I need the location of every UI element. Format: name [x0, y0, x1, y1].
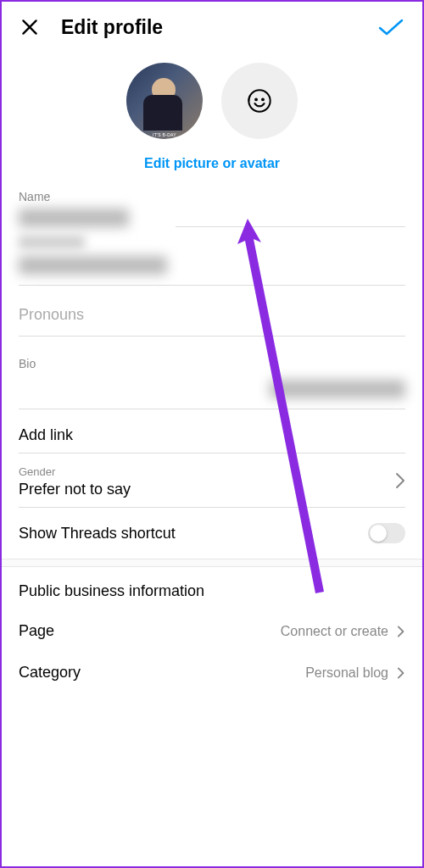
pronouns-field[interactable]: Pronouns: [19, 306, 405, 324]
close-icon[interactable]: [19, 16, 41, 38]
page-label: Page: [19, 622, 54, 640]
threads-shortcut-toggle[interactable]: [368, 523, 405, 543]
page-title: Edit profile: [61, 16, 356, 39]
name-value-redacted[interactable]: [19, 209, 129, 227]
add-link-button[interactable]: Add link: [19, 426, 405, 444]
section-divider: [2, 559, 422, 567]
svg-point-3: [255, 98, 257, 100]
category-label: Category: [19, 664, 81, 682]
profile-photo[interactable]: IT'S B-DAY: [126, 63, 203, 139]
avatar-option[interactable]: [221, 63, 298, 139]
gender-row[interactable]: Gender Prefer not to say: [19, 465, 405, 507]
avatar-row: IT'S B-DAY: [2, 63, 422, 139]
threads-shortcut-label: Show Threads shortcut: [19, 525, 176, 542]
chevron-right-icon: [395, 472, 405, 492]
name-label: Name: [19, 190, 405, 203]
chevron-right-icon: [397, 625, 405, 638]
gender-label: Gender: [19, 465, 131, 478]
photo-caption: IT'S B-DAY: [153, 132, 176, 137]
page-row[interactable]: Page Connect or create: [19, 610, 405, 652]
confirm-check-icon[interactable]: [377, 15, 405, 39]
username-label-redacted: [19, 236, 85, 248]
gender-value: Prefer not to say: [19, 481, 131, 498]
bio-label: Bio: [19, 357, 405, 370]
svg-point-2: [248, 90, 270, 111]
bio-value-redacted[interactable]: [270, 380, 405, 398]
svg-point-4: [262, 98, 264, 100]
edit-picture-link[interactable]: Edit picture or avatar: [2, 156, 422, 171]
category-value: Personal blog: [305, 665, 388, 681]
username-value-redacted[interactable]: [19, 256, 167, 275]
category-row[interactable]: Category Personal blog: [19, 652, 405, 685]
business-info-header: Public business information: [19, 582, 405, 600]
chevron-right-icon: [397, 666, 405, 680]
page-value: Connect or create: [281, 624, 388, 639]
